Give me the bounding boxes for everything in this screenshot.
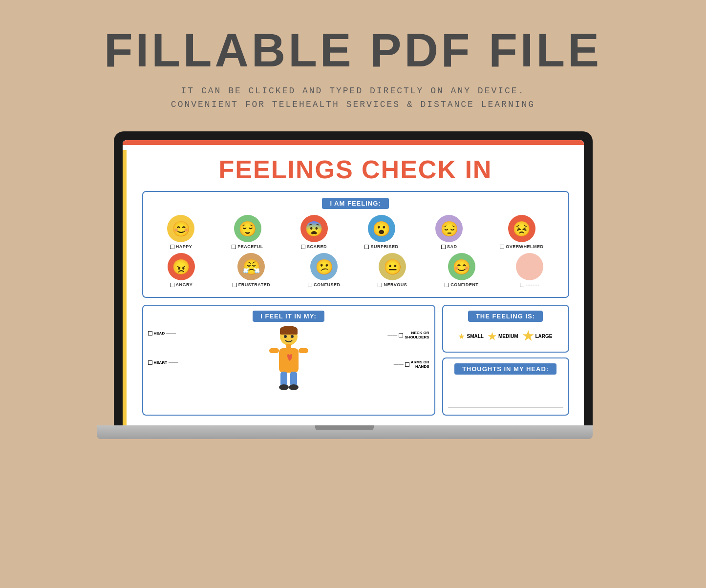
laptop-screen-inner: FEELiNGS CHECK iN I AM FEELING: 😊 HAPPY (123, 140, 584, 425)
emotion-confident: 😊 CONFIDENT (445, 253, 478, 287)
emotion-angry: 😠 ANGRY (168, 253, 195, 287)
emotion-peaceful: 😌 PEACEFUL (232, 215, 263, 249)
svg-rect-5 (286, 344, 291, 348)
angry-checkbox[interactable] (170, 283, 174, 287)
custom-face (516, 253, 543, 280)
svg-rect-10 (290, 372, 297, 386)
svg-rect-6 (279, 348, 299, 373)
body-section: I FEEL IT IN MY: (142, 305, 435, 416)
feeling-box: I AM FEELING: 😊 HAPPY 😌 PEACEF (142, 191, 569, 298)
emotions-row-2: 😠 ANGRY 😤 FRUSTRATED 😕 CONFUSED (149, 253, 562, 287)
feeling-is-header: THE FEELING IS: (468, 311, 543, 322)
head-checkbox[interactable] (148, 331, 152, 336)
right-panels: THE FEELING IS: ★ SMALL ★ MEDI (442, 305, 569, 416)
intensity-stars: ★ SMALL ★ MEDIUM ★ (448, 326, 563, 347)
frustrated-checkbox[interactable] (233, 283, 237, 287)
emotion-custom: -------- (516, 253, 543, 287)
emotion-confused: 😕 CONFUSED (308, 253, 341, 287)
feeling-intensity-box: THE FEELING IS: ★ SMALL ★ MEDI (442, 305, 569, 353)
happy-checkbox[interactable] (170, 245, 174, 249)
head-label: HEAD —— (148, 331, 176, 336)
pdf-left-bar (123, 150, 127, 425)
scared-face: 😨 (300, 215, 328, 242)
intensity-small: ★ SMALL (458, 333, 483, 340)
happy-face: 😊 (167, 215, 194, 242)
surprised-face: 😮 (368, 215, 395, 242)
overwhelmed-checkbox[interactable] (500, 245, 504, 249)
sad-checkbox[interactable] (441, 245, 446, 249)
neck-label: —— NECK ORSHOULDERS (387, 331, 429, 339)
subtitle: IT CAN BE CLICKED AND TYPED DIRECTLY ON … (104, 84, 602, 112)
svg-point-12 (289, 384, 299, 390)
neck-checkbox[interactable] (399, 333, 403, 337)
emotion-frustrated: 😤 FRUSTRATED (233, 253, 270, 287)
pdf-content: FEELiNGS CHECK iN I AM FEELING: 😊 HAPPY (123, 145, 584, 425)
laptop-base-wrapper (114, 425, 593, 439)
svg-point-11 (279, 384, 289, 390)
laptop-container: FEELiNGS CHECK iN I AM FEELING: 😊 HAPPY (114, 131, 593, 439)
surprised-checkbox[interactable] (364, 245, 369, 249)
i-feel-it-header: I FEEL IT IN MY: (253, 311, 324, 322)
emotion-happy: 😊 HAPPY (167, 215, 194, 249)
thoughts-header: THOUGHTS IN MY HEAD: (454, 363, 556, 375)
custom-checkbox[interactable] (520, 283, 524, 287)
svg-point-4 (291, 335, 294, 338)
arms-checkbox[interactable] (405, 362, 409, 367)
frustrated-face: 😤 (237, 253, 265, 280)
bottom-section: I FEEL IT IN MY: (142, 305, 569, 416)
main-title: FILLABLE PDF FILE (104, 24, 602, 76)
intensity-medium: ★ MEDIUM (488, 331, 518, 342)
pdf-top-bar (123, 140, 584, 145)
laptop-screen-outer: FEELiNGS CHECK iN I AM FEELING: 😊 HAPPY (114, 131, 593, 425)
svg-rect-7 (269, 348, 279, 353)
header-section: FILLABLE PDF FILE IT CAN BE CLICKED AND … (104, 0, 602, 122)
nervous-checkbox[interactable] (378, 283, 382, 287)
emotion-sad: 😔 SAD (435, 215, 463, 249)
emotion-scared: 😨 SCARED (300, 215, 328, 249)
emotions-row-1: 😊 HAPPY 😌 PEACEFUL 😨 SCARED (149, 215, 562, 249)
thoughts-box: THOUGHTS IN MY HEAD: (442, 357, 569, 416)
angry-face: 😠 (168, 253, 195, 280)
confused-face: 😕 (310, 253, 338, 280)
overwhelmed-face: 😣 (508, 215, 535, 242)
svg-rect-2 (280, 330, 298, 335)
peaceful-face: 😌 (234, 215, 261, 242)
laptop-base (97, 425, 593, 439)
svg-point-3 (284, 335, 287, 338)
laptop-notch (315, 425, 374, 430)
nervous-face: 😐 (379, 253, 406, 280)
emotion-overwhelmed: 😣 OVERWHELMED (500, 215, 543, 249)
confused-checkbox[interactable] (308, 283, 312, 287)
heart-label: HEART —— (148, 360, 179, 365)
peaceful-checkbox[interactable] (232, 245, 236, 249)
svg-rect-8 (299, 348, 308, 353)
pdf-document: FEELiNGS CHECK iN I AM FEELING: 😊 HAPPY (123, 140, 584, 425)
confident-face: 😊 (448, 253, 475, 280)
person-figure (264, 326, 313, 406)
heart-checkbox[interactable] (148, 360, 152, 365)
confident-checkbox[interactable] (445, 283, 449, 287)
sad-face: 😔 (435, 215, 463, 242)
emotion-surprised: 😮 SURPRISED (364, 215, 398, 249)
intensity-large: ★ LARGE (522, 329, 553, 344)
body-diagram-area: HEAD —— HEART —— —— (148, 326, 429, 404)
i-am-feeling-header: I AM FEELING: (322, 198, 388, 209)
emotion-nervous: 😐 NERVOUS (378, 253, 407, 287)
arms-label: —— ARMS ORHANDS (394, 360, 429, 369)
pdf-title: FEELiNGS CHECK iN (142, 155, 569, 184)
thoughts-lines[interactable] (448, 378, 563, 408)
scared-checkbox[interactable] (301, 245, 305, 249)
svg-rect-9 (280, 372, 287, 386)
